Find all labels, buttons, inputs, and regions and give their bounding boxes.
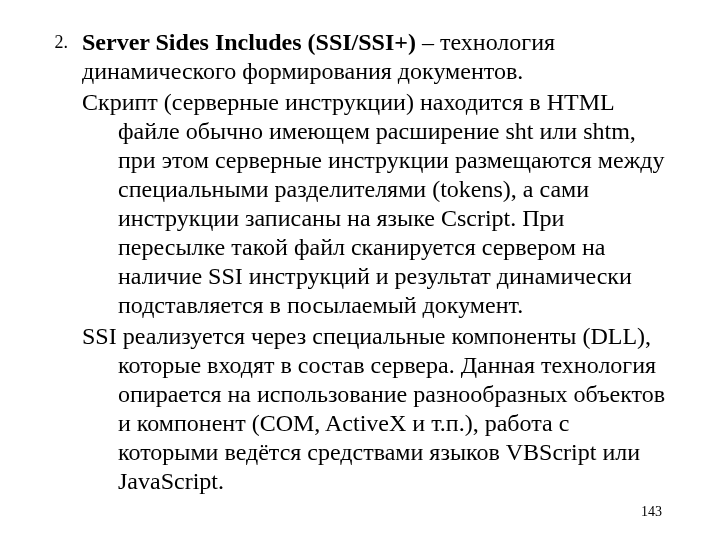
numbered-list: 2. Server Sides Includes (SSI/SSI+) – те…	[36, 28, 672, 86]
list-item: 2. Server Sides Includes (SSI/SSI+) – те…	[36, 28, 672, 86]
list-item-body: Server Sides Includes (SSI/SSI+) – техно…	[82, 28, 672, 86]
list-marker: 2.	[36, 28, 82, 57]
paragraph-1: Скрипт (серверные инструкции) находится …	[36, 88, 672, 320]
paragraph-2: SSI реализуется через специальные компон…	[36, 322, 672, 496]
page-number: 143	[641, 504, 662, 520]
list-item-title: Server Sides Includes (SSI/SSI+)	[82, 29, 416, 55]
slide: 2. Server Sides Includes (SSI/SSI+) – те…	[0, 0, 720, 540]
